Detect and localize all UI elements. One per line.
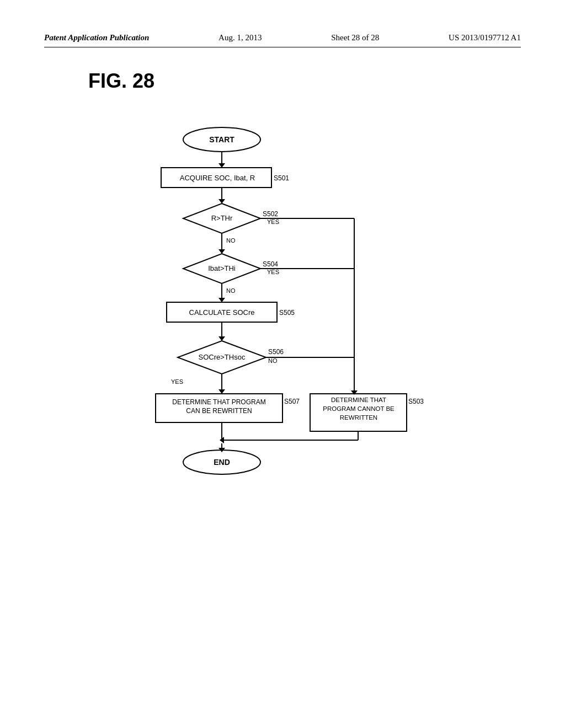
s502-no-label: NO — [226, 237, 236, 244]
flowchart-diagram: START ACQUIRE SOC, Ibat, R S501 R>THr S5… — [89, 115, 476, 512]
end-label: END — [214, 458, 230, 467]
s504-no-label: NO — [226, 287, 236, 294]
page-header: Patent Application Publication Aug. 1, 2… — [44, 33, 521, 47]
s501-text: ACQUIRE SOC, Ibat, R — [180, 174, 255, 182]
figure-label: FIG. 28 — [88, 69, 521, 93]
start-label: START — [209, 135, 234, 144]
date-label: Aug. 1, 2013 — [218, 33, 262, 42]
s507-line2: CAN BE REWRITTEN — [186, 407, 252, 415]
s506-label: S506 — [268, 348, 284, 356]
s501-label: S501 — [274, 174, 289, 182]
sheet-label: Sheet 28 of 28 — [331, 33, 379, 42]
svg-marker-14 — [218, 298, 225, 302]
publication-label: Patent Application Publication — [44, 33, 149, 42]
s506-no-label: NO — [268, 357, 278, 364]
s502-text: R>THr — [211, 214, 233, 222]
s506-yes-label: YES — [171, 378, 183, 385]
s503-label: S503 — [408, 398, 424, 405]
s503-line1: DETERMINE THAT — [331, 397, 386, 403]
patent-number: US 2013/0197712 A1 — [449, 33, 521, 42]
s504-yes-label: YES — [267, 269, 279, 275]
svg-marker-2 — [218, 163, 225, 168]
s502-yes-label: YES — [267, 218, 279, 225]
s504-label: S504 — [263, 260, 278, 268]
page: Patent Application Publication Aug. 1, 2… — [0, 0, 565, 728]
s505-label: S505 — [279, 309, 295, 317]
s506-text: SOCre>THsoc — [199, 353, 246, 361]
s502-label: S502 — [263, 210, 278, 218]
svg-marker-22 — [218, 389, 225, 394]
svg-marker-5 — [218, 199, 225, 204]
s507-line1: DETERMINE THAT PROGRAM — [172, 398, 265, 406]
s505-text: CALCULATE SOCre — [189, 308, 255, 317]
svg-marker-17 — [218, 336, 225, 341]
svg-marker-10 — [218, 249, 225, 254]
s503-line3: REWRITTEN — [340, 414, 377, 421]
s504-text: Ibat>THi — [208, 264, 236, 272]
s507-label: S507 — [284, 398, 300, 405]
s503-line2: PROGRAM CANNOT BE — [323, 405, 395, 412]
